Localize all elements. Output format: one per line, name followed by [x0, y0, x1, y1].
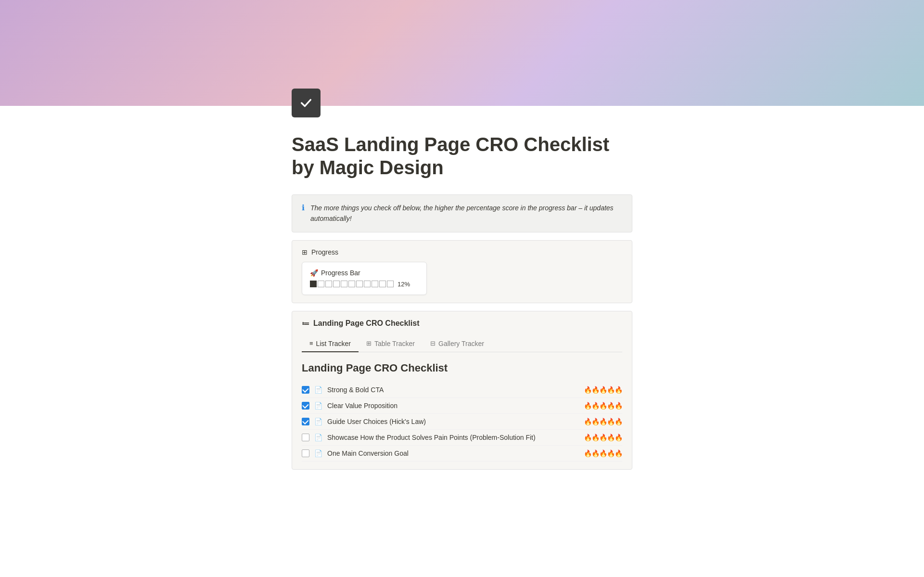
- progress-section-block: ⊞ Progress 🚀 Progress Bar: [292, 240, 632, 303]
- fire-icons-2: 🔥🔥🔥🔥🔥: [584, 402, 622, 410]
- tab-gallery-tracker-label: Gallery Tracker: [438, 340, 484, 347]
- progress-block-3: [325, 281, 332, 287]
- item-label-3: Guide User Choices (Hick's Law): [327, 418, 579, 425]
- progress-block-8: [364, 281, 371, 287]
- tab-list-tracker[interactable]: ≡ List Tracker: [302, 336, 359, 352]
- section-header-icon: ≔: [302, 319, 309, 328]
- tabs-row: ≡ List Tracker ⊞ Table Tracker ⊟ Gallery…: [302, 336, 622, 352]
- doc-icon-4: 📄: [314, 434, 322, 441]
- info-icon: ℹ: [302, 203, 305, 212]
- progress-bar-label: Progress Bar: [321, 269, 360, 277]
- doc-icon-5: 📄: [314, 449, 322, 457]
- table-tracker-icon: ⊞: [366, 340, 372, 347]
- checkbox-1[interactable]: [302, 386, 309, 394]
- item-label-4: Showcase How the Product Solves Pain Poi…: [327, 434, 579, 441]
- fire-icons-4: 🔥🔥🔥🔥🔥: [584, 434, 622, 441]
- progress-block-1: [310, 281, 317, 287]
- tab-table-tracker-label: Table Tracker: [374, 340, 415, 347]
- checklist-main-block: ≔ Landing Page CRO Checklist ≡ List Trac…: [292, 311, 632, 470]
- fire-icons-1: 🔥🔥🔥🔥🔥: [584, 386, 622, 394]
- list-item: 📄 Clear Value Proposition 🔥🔥🔥🔥🔥: [302, 398, 622, 414]
- progress-block-10: [379, 281, 386, 287]
- checkbox-5[interactable]: [302, 449, 309, 457]
- fire-icons-3: 🔥🔥🔥🔥🔥: [584, 418, 622, 425]
- progress-bar-row: 12%: [310, 281, 419, 288]
- progress-block-7: [356, 281, 363, 287]
- tab-table-tracker[interactable]: ⊞ Table Tracker: [359, 336, 423, 352]
- doc-icon-1: 📄: [314, 386, 322, 394]
- checklist-items-container: 📄 Strong & Bold CTA 🔥🔥🔥🔥🔥 📄 Clear Value …: [302, 382, 622, 462]
- item-label-5: One Main Conversion Goal: [327, 449, 579, 457]
- item-label-1: Strong & Bold CTA: [327, 386, 579, 394]
- progress-bar-visual: [310, 281, 394, 287]
- page-icon-section: [245, 89, 679, 117]
- tab-gallery-tracker[interactable]: ⊟ Gallery Tracker: [423, 336, 492, 352]
- checkbox-3[interactable]: [302, 418, 309, 425]
- list-item: 📄 Strong & Bold CTA 🔥🔥🔥🔥🔥: [302, 382, 622, 398]
- callout-block: ℹ The more things you check off below, t…: [292, 194, 632, 232]
- progress-card: 🚀 Progress Bar 12%: [302, 262, 427, 295]
- progress-percentage: 12%: [398, 281, 410, 288]
- doc-icon-3: 📄: [314, 418, 322, 425]
- checklist-section-header: ≔ Landing Page CRO Checklist: [302, 319, 622, 328]
- page-title: SaaS Landing Page CRO Checklist by Magic…: [245, 125, 679, 194]
- checkbox-4[interactable]: [302, 434, 309, 441]
- page-icon: [292, 89, 321, 117]
- progress-block-4: [333, 281, 340, 287]
- list-tracker-icon: ≡: [309, 340, 313, 347]
- progress-block-11: [387, 281, 394, 287]
- list-item: 📄 One Main Conversion Goal 🔥🔥🔥🔥🔥: [302, 446, 622, 462]
- svg-rect-0: [298, 95, 314, 111]
- tab-list-tracker-label: List Tracker: [316, 340, 351, 347]
- progress-block-6: [348, 281, 355, 287]
- progress-header-icon: ⊞: [302, 248, 308, 256]
- fire-icons-5: 🔥🔥🔥🔥🔥: [584, 449, 622, 457]
- doc-icon-2: 📄: [314, 402, 322, 410]
- list-item: 📄 Guide User Choices (Hick's Law) 🔥🔥🔥🔥🔥: [302, 414, 622, 430]
- progress-block-9: [372, 281, 378, 287]
- gallery-tracker-icon: ⊟: [430, 340, 436, 347]
- progress-block-5: [341, 281, 347, 287]
- progress-card-title: 🚀 Progress Bar: [310, 269, 419, 277]
- checklist-section-title: Landing Page CRO Checklist: [313, 319, 419, 328]
- list-item: 📄 Showcase How the Product Solves Pain P…: [302, 430, 622, 446]
- checklist-content-title: Landing Page CRO Checklist: [302, 362, 622, 374]
- progress-block-2: [318, 281, 324, 287]
- rocket-icon: 🚀: [310, 269, 318, 277]
- checkbox-2[interactable]: [302, 402, 309, 410]
- progress-label: Progress: [311, 248, 338, 256]
- item-label-2: Clear Value Proposition: [327, 402, 579, 410]
- progress-header: ⊞ Progress: [302, 248, 622, 256]
- callout-text: The more things you check off below, the…: [310, 203, 622, 224]
